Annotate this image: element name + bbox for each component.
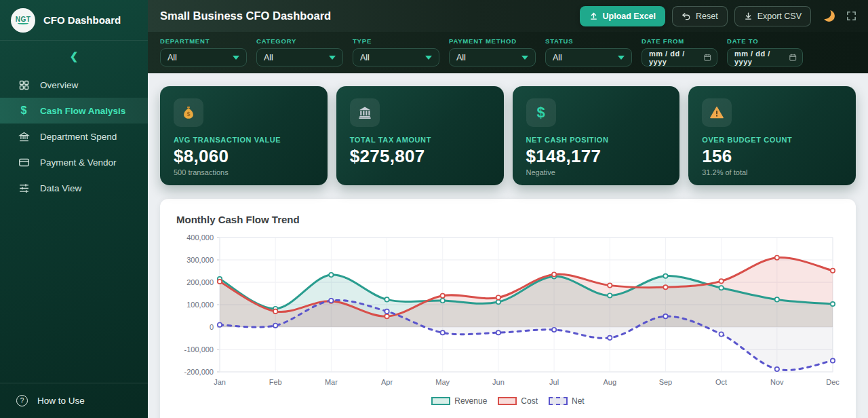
x-tick-label: Oct: [715, 378, 727, 386]
sidebar-item-label: Overview: [40, 80, 78, 90]
svg-text:$: $: [187, 111, 191, 117]
net-marker: [441, 330, 445, 335]
cost-marker: [552, 272, 556, 276]
sidebar-item-how-to-use[interactable]: ? How to Use: [0, 383, 148, 418]
x-tick-label: Feb: [269, 378, 282, 386]
filter-label: TYPE: [353, 37, 439, 45]
type-select[interactable]: All: [353, 48, 439, 66]
filter-bar: DEPARTMENT All CATEGORY All TYPE All: [148, 32, 868, 73]
cash-flow-chart-card: Monthly Cash Flow Trend -200,000-100,000…: [160, 199, 856, 418]
kpi-cards-row: $ AVG TRANSACTION VALUE $8,060 500 trans…: [160, 86, 856, 185]
sidebar-item-label: Department Spend: [40, 132, 117, 142]
kpi-icon-tile: [702, 98, 732, 127]
upload-icon: [589, 12, 598, 20]
chevron-down-icon: [425, 56, 432, 60]
legend-item-revenue[interactable]: Revenue: [431, 396, 487, 406]
date-placeholder: mm / dd / yyyy: [734, 50, 789, 66]
cost-marker: [496, 295, 500, 299]
sidebar-logo-row: NGT CFO Dashboard: [0, 0, 148, 41]
sidebar-item-label: Cash Flow Analysis: [40, 106, 125, 116]
how-to-use-label: How to Use: [37, 396, 85, 406]
kpi-label: OVER BUDGET COUNT: [702, 136, 842, 144]
filter-type: TYPE All: [353, 37, 439, 66]
department-select[interactable]: All: [160, 48, 247, 66]
export-csv-button[interactable]: Export CSV: [734, 6, 811, 26]
net-marker: [719, 332, 723, 336]
reset-button[interactable]: Reset: [672, 6, 728, 26]
legend-label: Cost: [521, 396, 538, 406]
legend-swatch: [498, 397, 517, 405]
header-bar: Small Business CFO Dashboard Upload Exce…: [148, 0, 868, 32]
upload-excel-button[interactable]: Upload Excel: [580, 6, 666, 26]
category-select[interactable]: All: [256, 48, 343, 66]
filter-label: DATE TO: [727, 37, 803, 45]
legend-label: Revenue: [454, 396, 487, 406]
revenue-marker: [608, 293, 612, 297]
x-tick-label: Apr: [381, 378, 393, 386]
download-icon: [744, 12, 753, 20]
sidebar-nav: Overview $ Cash Flow Analysis Department…: [0, 72, 148, 383]
kpi-subtext: 500 transactions: [174, 168, 314, 177]
y-tick-label: 300,000: [186, 256, 214, 264]
net-marker: [552, 328, 556, 332]
calendar-icon: [789, 53, 797, 62]
chevron-down-icon: [329, 56, 336, 60]
sidebar-collapse-button[interactable]: ❮: [0, 50, 148, 62]
status-select[interactable]: All: [545, 48, 632, 66]
x-tick-label: Mar: [325, 378, 338, 386]
filter-date-from: DATE FROM mm / dd / yyyy: [642, 37, 717, 66]
date-from-input[interactable]: mm / dd / yyyy: [642, 48, 717, 66]
net-marker: [775, 367, 779, 371]
page-title: Small Business CFO Dashboard: [160, 10, 331, 22]
reset-label: Reset: [696, 12, 718, 21]
legend-item-net[interactable]: Net: [549, 396, 585, 406]
grid-icon: [18, 79, 30, 91]
cost-marker: [441, 294, 445, 298]
revenue-marker: [441, 299, 445, 303]
net-marker: [329, 299, 333, 303]
legend-label: Net: [572, 396, 585, 406]
kpi-subtext: 31.2% of total: [702, 168, 842, 177]
sidebar-item-overview[interactable]: Overview: [0, 72, 148, 98]
date-to-input[interactable]: mm / dd / yyyy: [727, 48, 803, 66]
filter-label: PAYMENT METHOD: [449, 37, 536, 45]
header-actions: Upload Excel Reset: [580, 6, 857, 26]
cost-marker: [384, 314, 389, 318]
y-tick-label: 0: [210, 323, 214, 331]
x-tick-label: Jan: [214, 378, 226, 386]
revenue-marker: [831, 302, 835, 306]
sidebar-item-label: Payment & Vendor: [40, 157, 117, 168]
filter-payment-method: PAYMENT METHOD All: [449, 37, 536, 66]
main-content: $ AVG TRANSACTION VALUE $8,060 500 trans…: [148, 73, 868, 418]
select-value: All: [456, 53, 466, 62]
logo-avatar: NGT: [11, 8, 35, 33]
warning-icon: [709, 105, 724, 120]
legend-item-cost[interactable]: Cost: [498, 396, 538, 406]
brand-title: CFO Dashboard: [43, 14, 121, 26]
sidebar-item-cash-flow-analysis[interactable]: $ Cash Flow Analysis: [0, 98, 148, 124]
cost-marker: [273, 309, 277, 314]
moon-icon[interactable]: [823, 10, 835, 22]
net-marker: [273, 323, 277, 327]
filter-label: DATE FROM: [642, 37, 717, 45]
sidebar-item-department-spend[interactable]: Department Spend: [0, 124, 148, 149]
chevron-left-icon: ❮: [70, 50, 79, 62]
cost-marker: [608, 283, 612, 287]
revenue-marker: [663, 274, 667, 278]
net-marker: [218, 323, 222, 327]
dollar-icon: $: [536, 105, 545, 120]
payment-method-select[interactable]: All: [449, 48, 536, 66]
revenue-marker: [775, 297, 779, 301]
revenue-marker: [384, 297, 389, 301]
sidebar-item-data-view[interactable]: Data View: [0, 175, 148, 201]
content-column: Small Business CFO Dashboard Upload Exce…: [148, 0, 868, 418]
x-tick-label: Sep: [659, 378, 673, 386]
upload-excel-label: Upload Excel: [603, 12, 656, 21]
fullscreen-button[interactable]: [846, 10, 857, 22]
bank-icon: [357, 105, 372, 120]
filter-label: STATUS: [545, 37, 632, 45]
filter-category: CATEGORY All: [256, 37, 343, 66]
net-marker: [831, 358, 835, 362]
sidebar-item-payment-vendor[interactable]: Payment & Vendor: [0, 149, 148, 175]
chevron-down-icon: [233, 56, 239, 60]
